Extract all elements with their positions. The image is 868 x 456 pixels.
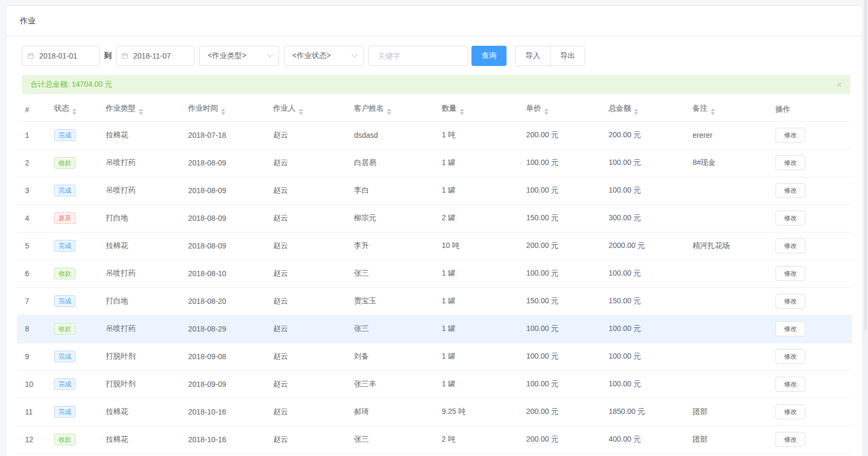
chevron-down-icon[interactable]	[351, 52, 357, 57]
import-button[interactable]: 导入	[516, 46, 550, 65]
cell-action: 修改	[768, 177, 852, 204]
column-header-worker[interactable]: 作业人	[265, 98, 346, 121]
column-header-price[interactable]: 单价	[518, 98, 601, 121]
edit-button[interactable]: 修改	[776, 266, 805, 281]
job-type-select[interactable]: <作业类型>	[199, 46, 279, 66]
column-header-time[interactable]: 作业时间	[180, 98, 265, 121]
cell-customer: 张三	[346, 426, 434, 453]
chevron-down-icon[interactable]	[267, 52, 273, 57]
close-icon[interactable]: ×	[837, 80, 842, 89]
cell-type: 打脱叶剂	[98, 370, 180, 398]
cell-remark: 精河扎花场	[685, 232, 768, 260]
column-label: 状态	[54, 104, 69, 112]
cell-action: 修改	[768, 315, 852, 343]
cell-total: 100.00 元	[601, 177, 685, 204]
table-row: 11完成拉棉花2018-10-16赵云郝琦9.25 吨200.00 元1850.…	[17, 398, 852, 426]
column-label: #	[25, 105, 29, 114]
edit-button[interactable]: 修改	[776, 238, 805, 253]
table-row: 4废弃打白地2018-08-09赵云柳宗元2 罐150.00 元300.00 元…	[17, 204, 852, 232]
cell-remark	[685, 260, 768, 287]
cell-total: 100.00 元	[601, 149, 685, 177]
cell-index: 2	[17, 149, 46, 177]
date-from-input[interactable]	[22, 46, 100, 66]
cell-worker: 赵云	[265, 343, 346, 370]
jobs-table: #状态作业类型作业时间作业人客户姓名数量单价总金额备注操作 1完成拉棉花2018…	[17, 98, 852, 454]
total-amount-text: 合计总金额: 14704.00 元	[30, 80, 112, 89]
table-row: 10完成打脱叶剂2018-09-09赵云张三丰1 罐100.00 元100.00…	[17, 370, 852, 398]
status-badge: 完成	[54, 240, 75, 252]
cell-remark	[685, 370, 768, 398]
column-header-customer[interactable]: 客户姓名	[346, 98, 434, 121]
cell-type: 拉棉花	[98, 121, 180, 149]
edit-button[interactable]: 修改	[776, 128, 805, 143]
cell-type: 打脱叶剂	[98, 343, 180, 370]
sort-caret-icon[interactable]	[72, 109, 77, 115]
sort-caret-icon[interactable]	[634, 109, 638, 115]
cell-total: 100.00 元	[601, 370, 685, 398]
column-header-qty[interactable]: 数量	[434, 98, 518, 121]
keyword-input[interactable]	[377, 51, 459, 61]
sort-caret-icon[interactable]	[544, 109, 549, 115]
cell-total: 100.00 元	[601, 343, 685, 370]
cell-action: 修改	[768, 121, 852, 149]
cell-total: 2000.00 元	[601, 232, 685, 260]
cell-action: 修改	[768, 370, 852, 398]
table-row: 9完成打脱叶剂2018-09-08赵云刘备1 罐100.00 元100.00 元…	[17, 343, 852, 370]
cell-worker: 赵云	[265, 232, 346, 260]
sort-caret-icon[interactable]	[460, 109, 464, 115]
cell-price: 150.00 元	[518, 204, 601, 232]
column-label: 总金额	[609, 104, 631, 112]
edit-button[interactable]: 修改	[776, 155, 805, 170]
cell-qty: 1 罐	[434, 260, 518, 287]
date-to-input[interactable]	[116, 46, 195, 66]
edit-button[interactable]: 修改	[776, 294, 805, 309]
column-label: 作业时间	[188, 104, 218, 112]
cell-status: 完成	[46, 287, 98, 315]
cell-customer: 柳宗元	[346, 204, 434, 232]
sort-caret-icon[interactable]	[387, 109, 391, 115]
edit-button[interactable]: 修改	[776, 183, 805, 198]
sort-caret-icon[interactable]	[139, 109, 143, 115]
search-button[interactable]: 查询	[471, 46, 507, 66]
sort-caret-icon[interactable]	[221, 109, 225, 115]
date-from-value[interactable]	[38, 51, 94, 61]
cell-time: 2018-08-09	[180, 232, 265, 260]
edit-button[interactable]: 修改	[776, 432, 805, 447]
cell-customer: 贾宝玉	[346, 287, 434, 315]
table-row: 5完成拉棉花2018-08-09赵云李升10 吨200.00 元2000.00 …	[17, 232, 852, 260]
calendar-icon[interactable]	[28, 52, 34, 60]
cell-customer: 刘备	[346, 343, 434, 370]
cell-index: 12	[17, 426, 46, 453]
column-header-remark[interactable]: 备注	[685, 98, 768, 121]
cell-time: 2018-08-09	[180, 149, 265, 177]
cell-qty: 10 吨	[434, 232, 518, 260]
cell-price: 100.00 元	[518, 343, 601, 370]
edit-button[interactable]: 修改	[776, 404, 805, 419]
cell-index: 6	[17, 260, 46, 287]
edit-button[interactable]: 修改	[776, 321, 805, 336]
vertical-scrollbar[interactable]	[863, 0, 868, 456]
cell-price: 200.00 元	[518, 398, 601, 426]
cell-action: 修改	[768, 232, 852, 260]
calendar-icon[interactable]	[122, 52, 128, 60]
status-badge: 完成	[54, 378, 75, 390]
column-header-type[interactable]: 作业类型	[98, 98, 180, 121]
export-button[interactable]: 导出	[550, 46, 585, 65]
column-label: 备注	[693, 104, 707, 112]
page-title: 作业	[20, 16, 36, 26]
cell-qty: 9.25 吨	[434, 398, 518, 426]
sort-caret-icon[interactable]	[299, 109, 303, 115]
cell-customer: 张三丰	[346, 370, 434, 398]
column-header-total[interactable]: 总金额	[601, 98, 685, 121]
column-header-status[interactable]: 状态	[46, 98, 98, 121]
column-label: 作业人	[273, 104, 296, 112]
scrollbar-thumb[interactable]	[864, 0, 867, 330]
edit-button[interactable]: 修改	[776, 211, 805, 226]
cell-action: 修改	[768, 426, 852, 453]
cell-remark	[685, 287, 768, 315]
sort-caret-icon[interactable]	[711, 109, 715, 115]
edit-button[interactable]: 修改	[776, 377, 805, 392]
date-to-value[interactable]	[132, 51, 189, 61]
edit-button[interactable]: 修改	[776, 349, 805, 364]
job-status-select[interactable]: <作业状态>	[284, 46, 364, 66]
